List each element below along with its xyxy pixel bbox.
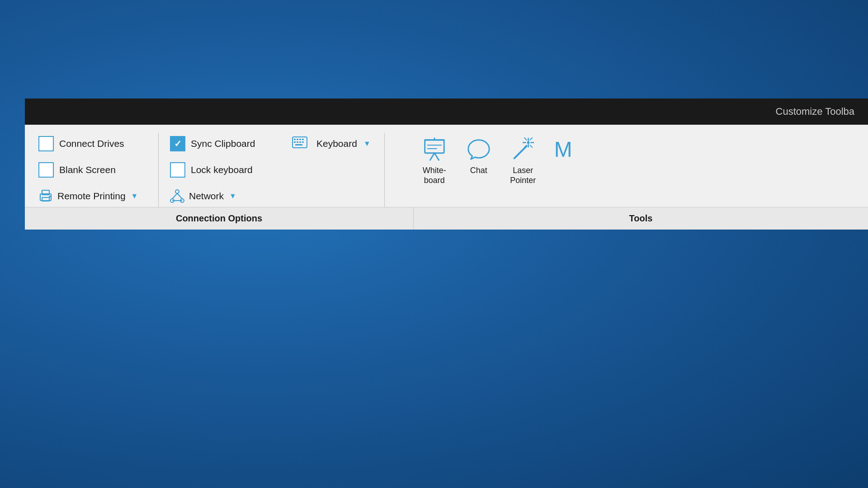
toolbar-main: Connect Drives Blank Screen [25, 125, 868, 207]
svg-line-35 [530, 145, 532, 147]
remote-printing-label: Remote Printing [57, 191, 126, 202]
lock-keyboard-item[interactable]: Lock keyboard [170, 162, 278, 178]
svg-rect-12 [297, 139, 298, 140]
laser-pointer-icon [510, 135, 536, 164]
footer-connection-label: Connection Options [25, 207, 414, 230]
connect-drives-checkbox[interactable] [38, 136, 54, 151]
svg-rect-11 [294, 139, 296, 140]
network-icon [170, 189, 184, 203]
toolbar-container: Customize Toolba Connect Drives Blank Sc… [25, 99, 868, 230]
divider-2 [384, 133, 385, 207]
laser-pointer-label: Laser Pointer [510, 166, 536, 185]
blank-screen-row: Blank Screen [38, 159, 147, 181]
remote-printing-item[interactable]: Remote Printing ▼ [38, 189, 138, 203]
keyboard-item[interactable]: Keyboard ▼ [292, 136, 371, 151]
more-tool[interactable]: M [547, 133, 580, 168]
svg-rect-20 [425, 140, 444, 153]
svg-line-7 [172, 193, 177, 199]
network-label: Network [189, 191, 224, 202]
footer-tools-label: Tools [414, 207, 868, 230]
blank-screen-checkbox[interactable] [38, 162, 54, 178]
svg-rect-13 [299, 139, 301, 140]
svg-rect-18 [302, 141, 304, 143]
network-arrow: ▼ [229, 192, 236, 200]
chat-tool[interactable]: Chat [458, 133, 499, 178]
connect-drives-item[interactable]: Connect Drives [38, 136, 147, 151]
printer-icon [38, 189, 53, 203]
whiteboard-label: White- board [423, 166, 446, 185]
connection-options-right: Sync Clipboard Lock keyboard [170, 133, 278, 207]
sync-clipboard-checkbox[interactable] [170, 136, 185, 151]
remote-printing-row: Remote Printing ▼ [38, 185, 147, 207]
lock-keyboard-row: Lock keyboard [170, 159, 278, 181]
lock-keyboard-checkbox[interactable] [170, 162, 185, 178]
svg-line-32 [524, 137, 527, 140]
svg-rect-16 [297, 141, 298, 143]
lock-keyboard-label: Lock keyboard [191, 164, 253, 175]
svg-rect-15 [294, 141, 296, 143]
laser-pointer-tool[interactable]: Laser Pointer [503, 133, 543, 187]
svg-line-27 [514, 146, 526, 158]
connection-options-left: Connect Drives Blank Screen [38, 133, 147, 207]
remote-printing-arrow: ▼ [131, 192, 138, 200]
svg-line-8 [177, 193, 182, 199]
blank-screen-item[interactable]: Blank Screen [38, 162, 147, 178]
toolbar-footer: Connection Options Tools [25, 207, 868, 230]
customize-toolbar-label: Customize Toolba [776, 106, 854, 117]
svg-rect-19 [295, 144, 302, 145]
network-row: Network ▼ [170, 185, 278, 207]
keyboard-arrow: ▼ [363, 140, 371, 148]
chat-label: Chat [470, 166, 487, 176]
svg-line-21 [430, 153, 434, 160]
sync-clipboard-label: Sync Clipboard [191, 138, 255, 149]
svg-point-4 [175, 190, 179, 193]
svg-rect-14 [302, 139, 304, 140]
divider-1 [158, 133, 159, 207]
keyboard-icon [292, 136, 307, 151]
svg-point-36 [527, 141, 529, 144]
keyboard-section: Keyboard ▼ [292, 133, 371, 151]
svg-point-3 [49, 196, 51, 197]
svg-line-22 [434, 153, 439, 160]
keyboard-label: Keyboard [316, 138, 357, 149]
whiteboard-tool[interactable]: White- board [414, 133, 455, 187]
sync-clipboard-row: Sync Clipboard [170, 133, 278, 155]
chat-icon [466, 135, 492, 164]
tools-section: White- board Chat [414, 133, 580, 187]
blank-screen-label: Blank Screen [59, 164, 116, 175]
more-icon: M [554, 135, 572, 164]
titlebar: Customize Toolba [25, 99, 868, 125]
svg-rect-17 [299, 141, 301, 143]
network-item[interactable]: Network ▼ [170, 189, 260, 203]
sync-clipboard-item[interactable]: Sync Clipboard [170, 136, 278, 151]
svg-line-33 [530, 137, 532, 140]
connect-drives-row: Connect Drives [38, 133, 147, 155]
whiteboard-icon [421, 135, 448, 164]
connect-drives-label: Connect Drives [59, 138, 124, 149]
